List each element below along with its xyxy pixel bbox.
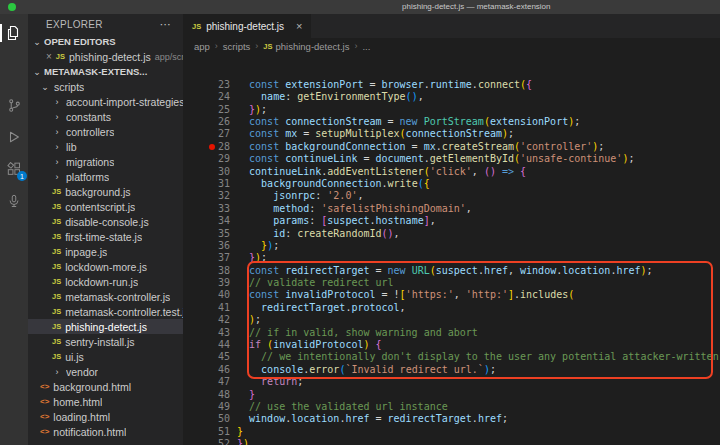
tree-item-metamask-controller.test.js[interactable]: JSmetamask-controller.test.js [28, 304, 183, 319]
tree-item-scripts[interactable]: ⌄scripts [28, 79, 183, 94]
workspace-section[interactable]: ⌄ METAMASK-EXTENS... [28, 64, 183, 79]
code-line[interactable]: 34 params: [suspect.hostname], [183, 215, 720, 227]
activity-explorer[interactable] [0, 22, 28, 44]
code-line[interactable]: 35 id: createRandomId(), [183, 228, 720, 240]
code-line-text[interactable]: const continueLink = document.getElement… [237, 153, 720, 165]
code-line[interactable]: 43 // if in valid, show warning and abor… [183, 327, 720, 339]
open-editors-section[interactable]: ⌄ OPEN EDITORS [28, 34, 183, 49]
tree-item-platforms[interactable]: ›platforms [28, 169, 183, 184]
breadcrumb-item[interactable]: JSphishing-detect.js [263, 41, 349, 52]
code-line-text[interactable]: id: createRandomId(), [237, 228, 720, 240]
code-line-text[interactable]: const backgroundConnection = mx.createSt… [237, 141, 720, 153]
tree-item-vendor[interactable]: ›vendor [28, 364, 183, 379]
code-line-text[interactable]: const mx = setupMultiplex(connectionStre… [237, 128, 720, 140]
code-line-text[interactable]: const redirectTarget = new URL(suspect.h… [237, 265, 720, 277]
code-line-text[interactable]: name: getEnvironmentType(), [237, 91, 720, 103]
code-line-text[interactable]: return; [237, 376, 720, 388]
tree-item-sentry-install.js[interactable]: JSsentry-install.js [28, 334, 183, 349]
tree-item-migrations[interactable]: ›migrations [28, 154, 183, 169]
open-editor-item[interactable]: × JS phishing-detect.js app/scri... [28, 49, 183, 64]
tree-item-metamask-controller.js[interactable]: JSmetamask-controller.js [28, 289, 183, 304]
code-line-text[interactable]: }); [237, 252, 720, 264]
code-line[interactable]: 40 const invalidProtocol = !['https:', '… [183, 289, 720, 301]
tree-item-lockdown-run.js[interactable]: JSlockdown-run.js [28, 274, 183, 289]
code-line[interactable]: 51} [183, 426, 720, 438]
tree-item-background.js[interactable]: JSbackground.js [28, 184, 183, 199]
tree-item-phishing-detect.js[interactable]: JSphishing-detect.js [28, 319, 183, 334]
code-line[interactable]: 23 const extensionPort = browser.runtime… [183, 79, 720, 91]
code-line-text[interactable]: console.error(`Invalid redirect url.`); [237, 364, 720, 376]
code-line-text[interactable]: } [237, 426, 720, 438]
tab-phishing-detect[interactable]: JS phishing-detect.js × [183, 14, 311, 38]
close-icon[interactable]: × [296, 20, 302, 32]
code-line[interactable]: 31 backgroundConnection.write({ [183, 178, 720, 190]
code-line-text[interactable]: }); [237, 104, 720, 116]
tree-item-home.html[interactable]: <>home.html [28, 394, 183, 409]
breadcrumb-item[interactable]: app [194, 41, 210, 52]
code-line-text[interactable]: redirectTarget.protocol, [237, 302, 720, 314]
code-line[interactable]: 26 const connectionStream = new PortStre… [183, 116, 720, 128]
activity-microphone[interactable] [0, 190, 28, 212]
window-control-green[interactable] [8, 3, 16, 11]
code-line[interactable]: 30 continueLink.addEventListener('click'… [183, 166, 720, 178]
close-icon[interactable]: × [46, 51, 52, 62]
code-line[interactable]: 25 }); [183, 104, 720, 116]
activity-extensions[interactable]: 1 [0, 158, 28, 180]
code-line[interactable]: 52}) [183, 438, 720, 445]
tree-item-ui.js[interactable]: JSui.js [28, 349, 183, 364]
code-line[interactable]: 33 method: 'safelistPhishingDomain', [183, 203, 720, 215]
code-line[interactable]: 42 ); [183, 314, 720, 326]
tree-item-inpage.js[interactable]: JSinpage.js [28, 244, 183, 259]
tree-item-constants[interactable]: ›constants [28, 109, 183, 124]
code-line-text[interactable]: // if in valid, show warning and abort [237, 327, 720, 339]
code-line-text[interactable]: continueLink.addEventListener('click', (… [237, 166, 720, 178]
code-line[interactable]: 36 }); [183, 240, 720, 252]
tree-item-controllers[interactable]: ›controllers [28, 124, 183, 139]
code-line-text[interactable]: if (invalidProtocol) { [237, 339, 720, 351]
tree-item-loading.html[interactable]: <>loading.html [28, 409, 183, 424]
code-line[interactable]: 38 const redirectTarget = new URL(suspec… [183, 265, 720, 277]
code-line[interactable]: 29 const continueLink = document.getElem… [183, 153, 720, 165]
more-actions-icon[interactable]: ⋯ [160, 18, 171, 31]
code-line-text[interactable]: const extensionPort = browser.runtime.co… [237, 79, 720, 91]
code-line[interactable]: 49 // use the validated url instance [183, 401, 720, 413]
breadcrumb-item[interactable]: scripts [223, 41, 250, 52]
code-line-text[interactable]: backgroundConnection.write({ [237, 178, 720, 190]
code-line-text[interactable]: params: [suspect.hostname], [237, 215, 720, 227]
tree-item-background.html[interactable]: <>background.html [28, 379, 183, 394]
breadcrumb-item[interactable]: ... [362, 41, 370, 52]
code-line-text[interactable]: } [237, 389, 720, 401]
code-line-text[interactable]: // use the validated url instance [237, 401, 720, 413]
tree-item-contentscript.js[interactable]: JScontentscript.js [28, 199, 183, 214]
tree-item-lib[interactable]: ›lib [28, 139, 183, 154]
code-line[interactable]: 44 if (invalidProtocol) { [183, 339, 720, 351]
tree-item-account-import-strategies[interactable]: ›account-import-strategies [28, 94, 183, 109]
code-line-text[interactable]: }) [237, 438, 720, 445]
code-line-text[interactable]: ); [237, 314, 720, 326]
code-line[interactable]: 39 // validate redirect url [183, 277, 720, 289]
code-line-text[interactable]: const invalidProtocol = !['https:', 'htt… [237, 289, 720, 301]
code-line[interactable]: 37 }); [183, 252, 720, 264]
code-line[interactable]: 50 window.location.href = redirectTarget… [183, 413, 720, 425]
code-line[interactable]: 48 } [183, 389, 720, 401]
code-line[interactable]: 45 // we intentionally don't display to … [183, 351, 720, 363]
tree-item-first-time-state.js[interactable]: JSfirst-time-state.js [28, 229, 183, 244]
code-line[interactable]: 28 const backgroundConnection = mx.creat… [183, 141, 720, 153]
breakpoint-icon[interactable] [209, 144, 215, 150]
activity-source-control[interactable] [0, 94, 28, 116]
code-line-text[interactable]: method: 'safelistPhishingDomain', [237, 203, 720, 215]
code-line-text[interactable]: window.location.href = redirectTarget.hr… [237, 413, 720, 425]
code-line[interactable]: 47 return; [183, 376, 720, 388]
activity-run-debug[interactable] [0, 126, 28, 148]
code-line[interactable]: 41 redirectTarget.protocol, [183, 302, 720, 314]
tree-item-lockdown-more.js[interactable]: JSlockdown-more.js [28, 259, 183, 274]
tree-item-notification.html[interactable]: <>notification.html [28, 424, 183, 439]
tree-item-disable-console.js[interactable]: JSdisable-console.js [28, 214, 183, 229]
code-line[interactable]: 46 console.error(`Invalid redirect url.`… [183, 364, 720, 376]
code-line-text[interactable]: const connectionStream = new PortStream(… [237, 116, 720, 128]
code-editor[interactable]: 23 const extensionPort = browser.runtime… [183, 54, 720, 445]
code-line-text[interactable]: jsonrpc: '2.0', [237, 190, 720, 202]
code-line[interactable]: 24 name: getEnvironmentType(), [183, 91, 720, 103]
code-line[interactable]: 27 const mx = setupMultiplex(connectionS… [183, 128, 720, 140]
code-line[interactable]: 32 jsonrpc: '2.0', [183, 190, 720, 202]
